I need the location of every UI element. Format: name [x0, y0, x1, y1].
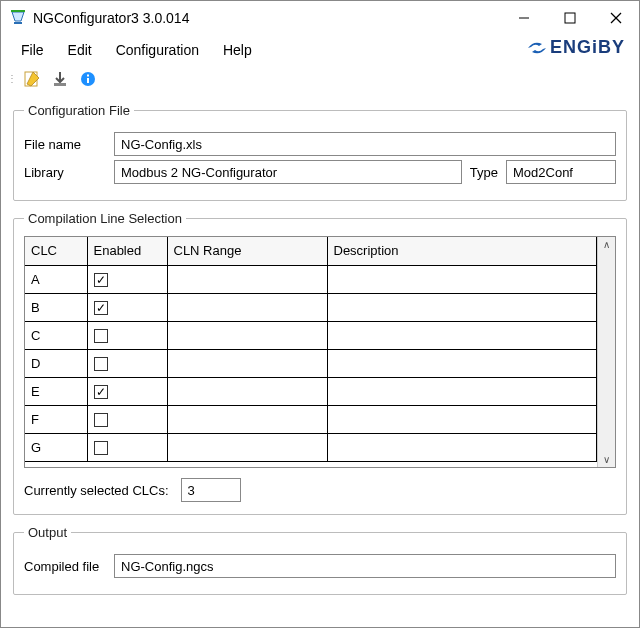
enabled-checkbox[interactable] [94, 441, 108, 455]
menu-edit[interactable]: Edit [56, 38, 104, 62]
selected-count-field[interactable]: 3 [181, 478, 241, 502]
cell-enabled: ✓ [87, 265, 167, 293]
toolbar: ⋮ [1, 65, 639, 93]
cell-range [167, 321, 327, 349]
cell-range [167, 405, 327, 433]
brand-text: ENGiBY [550, 37, 625, 58]
legend-output: Output [24, 525, 71, 540]
selected-count-value: 3 [188, 483, 195, 498]
enabled-checkbox[interactable]: ✓ [94, 385, 108, 399]
group-output: Output Compiled file NG-Config.ngcs [13, 525, 627, 595]
svg-rect-11 [87, 75, 89, 77]
clc-scrollbar[interactable]: ∧ ∨ [597, 237, 615, 467]
cell-range [167, 265, 327, 293]
label-selected-count: Currently selected CLCs: [24, 483, 169, 498]
table-row[interactable]: A✓ [25, 265, 597, 293]
cell-description [327, 293, 597, 321]
table-row[interactable]: E✓ [25, 377, 597, 405]
menu-help[interactable]: Help [211, 38, 264, 62]
cell-enabled [87, 321, 167, 349]
cell-range [167, 377, 327, 405]
cell-enabled: ✓ [87, 293, 167, 321]
cell-clc: A [25, 265, 87, 293]
svg-rect-8 [54, 83, 66, 86]
label-library: Library [24, 165, 114, 180]
compile-icon[interactable] [49, 68, 71, 90]
enabled-checkbox[interactable] [94, 329, 108, 343]
type-field[interactable]: Mod2Conf [506, 160, 616, 184]
close-button[interactable] [593, 1, 639, 35]
content-area: Configuration File File name NG-Config.x… [1, 93, 639, 627]
header-description[interactable]: Description [327, 237, 597, 265]
cell-clc: B [25, 293, 87, 321]
enabled-checkbox[interactable]: ✓ [94, 301, 108, 315]
table-row[interactable]: G [25, 433, 597, 461]
group-clc: Compilation Line Selection CLC Enabled C… [13, 211, 627, 515]
compiled-file-field[interactable]: NG-Config.ngcs [114, 554, 616, 578]
cell-clc: D [25, 349, 87, 377]
file-name-field[interactable]: NG-Config.xls [114, 132, 616, 156]
app-window: NGConfigurator3 3.0.014 File Edit Config… [0, 0, 640, 628]
scroll-up-icon[interactable]: ∧ [603, 239, 610, 250]
compiled-file-value: NG-Config.ngcs [121, 559, 213, 574]
table-row[interactable]: F [25, 405, 597, 433]
clc-table-container: CLC Enabled CLN Range Description A✓B✓CD… [24, 236, 616, 468]
cell-range [167, 349, 327, 377]
cell-clc: C [25, 321, 87, 349]
group-configuration-file: Configuration File File name NG-Config.x… [13, 103, 627, 201]
label-compiled-file: Compiled file [24, 559, 114, 574]
svg-rect-3 [565, 13, 575, 23]
cell-description [327, 405, 597, 433]
cell-description [327, 433, 597, 461]
table-row[interactable]: C [25, 321, 597, 349]
cell-enabled [87, 433, 167, 461]
cell-clc: E [25, 377, 87, 405]
file-name-value: NG-Config.xls [121, 137, 202, 152]
cell-description [327, 265, 597, 293]
cell-enabled: ✓ [87, 377, 167, 405]
type-value: Mod2Conf [513, 165, 573, 180]
app-icon [9, 9, 27, 27]
label-file-name: File name [24, 137, 114, 152]
menu-file[interactable]: File [9, 38, 56, 62]
menubar: File Edit Configuration Help ENGiBY [1, 35, 639, 65]
cell-description [327, 349, 597, 377]
svg-rect-10 [87, 78, 89, 83]
cell-enabled [87, 349, 167, 377]
titlebar: NGConfigurator3 3.0.014 [1, 1, 639, 35]
cell-clc: G [25, 433, 87, 461]
info-icon[interactable] [77, 68, 99, 90]
cell-enabled [87, 405, 167, 433]
label-type: Type [462, 165, 506, 180]
cell-description [327, 377, 597, 405]
enabled-checkbox[interactable] [94, 357, 108, 371]
table-row[interactable]: D [25, 349, 597, 377]
edit-icon[interactable] [21, 68, 43, 90]
menu-configuration[interactable]: Configuration [104, 38, 211, 62]
cell-range [167, 433, 327, 461]
table-row[interactable]: B✓ [25, 293, 597, 321]
enabled-checkbox[interactable] [94, 413, 108, 427]
minimize-button[interactable] [501, 1, 547, 35]
header-clc[interactable]: CLC [25, 237, 87, 265]
library-field[interactable]: Modbus 2 NG-Configurator [114, 160, 462, 184]
library-value: Modbus 2 NG-Configurator [121, 165, 277, 180]
maximize-button[interactable] [547, 1, 593, 35]
legend-configuration-file: Configuration File [24, 103, 134, 118]
window-title: NGConfigurator3 3.0.014 [33, 10, 501, 26]
cell-range [167, 293, 327, 321]
brand-logo: ENGiBY [526, 37, 625, 58]
legend-clc: Compilation Line Selection [24, 211, 186, 226]
header-range[interactable]: CLN Range [167, 237, 327, 265]
cell-description [327, 321, 597, 349]
scroll-down-icon[interactable]: ∨ [603, 454, 610, 465]
clc-table: CLC Enabled CLN Range Description A✓B✓CD… [25, 237, 597, 462]
header-enabled[interactable]: Enabled [87, 237, 167, 265]
window-controls [501, 1, 639, 35]
toolbar-grip: ⋮ [7, 76, 15, 82]
enabled-checkbox[interactable]: ✓ [94, 273, 108, 287]
cell-clc: F [25, 405, 87, 433]
